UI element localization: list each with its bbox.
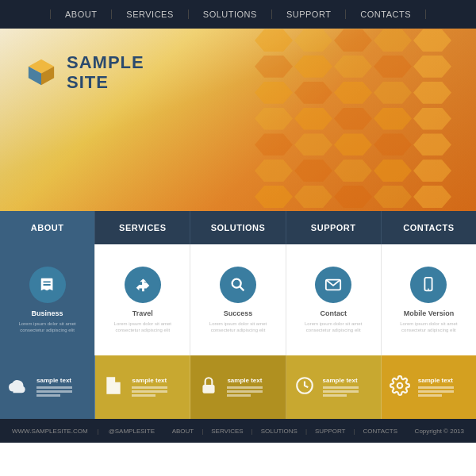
section-nav: ABOUT SERVICES SOLUTIONS SUPPORT CONTACT…	[0, 211, 476, 244]
footer-left: WWW.SAMPLESITE.COM | @SAMPLESITE	[12, 428, 155, 435]
bottom-lock: sample text	[190, 355, 286, 419]
nav-support[interactable]: SUPPORT	[272, 10, 346, 19]
section-services[interactable]: SERVICES	[95, 211, 190, 244]
svg-line-5	[240, 286, 244, 290]
logo-text: SAMPLE SITE	[67, 52, 144, 93]
footer-sep2: |	[202, 428, 203, 435]
mobile-label: Mobile Version	[404, 309, 455, 317]
bottom-cloud: sample text	[0, 355, 95, 419]
footer-support[interactable]: SUPPORT	[315, 428, 346, 435]
contact-desc: Lorem ipsum dolor sit amet consectetur a…	[299, 321, 368, 334]
logo-cube-icon	[24, 55, 59, 90]
bottom-clock: sample text	[286, 355, 382, 419]
contact-label: Contact	[320, 309, 347, 317]
footer: WWW.SAMPLESITE.COM | @SAMPLESITE ABOUT |…	[0, 419, 476, 443]
business-desc: Lorem ipsum dolor sit amet consectetur a…	[13, 321, 82, 334]
icon-col-success: Success Lorem ipsum dolor sit amet conse…	[190, 244, 286, 355]
travel-label: Travel	[132, 309, 153, 317]
nav-contacts[interactable]: CONTACTS	[346, 10, 426, 19]
success-icon-circle	[220, 267, 256, 303]
bottom-doc-text: sample text	[132, 377, 167, 398]
icon-row: Business Lorem ipsum dolor sit amet cons…	[0, 244, 476, 355]
nav-about[interactable]: ABOUT	[50, 10, 112, 19]
cloud-icon	[8, 375, 29, 399]
phone-icon	[420, 276, 437, 294]
mail-icon	[324, 276, 342, 294]
hero-section: SAMPLE SITE	[0, 29, 476, 211]
success-label: Success	[224, 309, 253, 317]
business-label: Business	[32, 309, 63, 317]
success-desc: Lorem ipsum dolor sit amet consectetur a…	[203, 321, 272, 334]
footer-sep1: |	[98, 428, 99, 435]
nav-services[interactable]: SERVICES	[112, 10, 188, 19]
doc-icon	[103, 375, 124, 399]
contact-icon-circle	[315, 267, 351, 303]
bottom-row: sample text sample text sample text samp…	[0, 355, 476, 419]
footer-copyright: Copyright © 2013	[415, 428, 464, 435]
icon-col-travel: Travel Lorem ipsum dolor sit amet consec…	[95, 244, 190, 355]
top-nav: ABOUT SERVICES SOLUTIONS SUPPORT CONTACT…	[0, 0, 476, 29]
section-support[interactable]: SUPPORT	[286, 211, 382, 244]
svg-rect-9	[203, 385, 215, 393]
bottom-cloud-text: sample text	[36, 377, 72, 398]
bottom-gear-text: sample text	[418, 377, 454, 398]
svg-point-4	[232, 278, 241, 287]
footer-site: WWW.SAMPLESITE.COM	[12, 428, 88, 435]
footer-nav: ABOUT | SERVICES | SOLUTIONS | SUPPORT |…	[172, 428, 397, 435]
bottom-clock-text: sample text	[323, 377, 359, 398]
hex-pattern	[254, 29, 476, 211]
section-contacts[interactable]: CONTACTS	[382, 211, 476, 244]
footer-solutions[interactable]: SOLUTIONS	[261, 428, 298, 435]
lock-icon	[198, 375, 219, 399]
icon-col-contact: Contact Lorem ipsum dolor sit amet conse…	[286, 244, 382, 355]
footer-sep4: |	[305, 428, 307, 435]
site-logo: SAMPLE SITE	[24, 52, 144, 93]
footer-about[interactable]: ABOUT	[172, 428, 194, 435]
icon-col-business: Business Lorem ipsum dolor sit amet cons…	[0, 244, 95, 355]
mobile-icon-circle	[410, 267, 447, 303]
search-icon	[229, 276, 247, 294]
gear-icon	[390, 375, 410, 399]
bottom-gear: sample text	[382, 355, 476, 419]
svg-point-11	[397, 383, 403, 389]
icon-col-mobile: Mobile Version Lorem ipsum dolor sit ame…	[382, 244, 476, 355]
footer-sep5: |	[354, 428, 355, 435]
section-solutions[interactable]: SOLUTIONS	[190, 211, 286, 244]
travel-icon-circle	[125, 267, 161, 303]
nav-solutions[interactable]: SOLUTIONS	[189, 10, 272, 19]
travel-desc: Lorem ipsum dolor sit amet consectetur a…	[108, 321, 177, 334]
arrows-icon	[134, 276, 152, 294]
bottom-doc: sample text	[95, 355, 190, 419]
svg-point-8	[428, 288, 429, 290]
clock-icon	[294, 375, 315, 399]
footer-services[interactable]: SERVICES	[211, 428, 243, 435]
footer-social: @SAMPLESITE	[109, 428, 155, 435]
bottom-lock-text: sample text	[227, 377, 263, 398]
section-about[interactable]: ABOUT	[0, 211, 95, 244]
business-icon-circle	[29, 267, 66, 303]
book-icon	[39, 276, 56, 294]
footer-sep3: |	[251, 428, 253, 435]
mobile-desc: Lorem ipsum dolor sit amet consectetur a…	[394, 321, 463, 334]
footer-contacts[interactable]: CONTACTS	[363, 428, 397, 435]
